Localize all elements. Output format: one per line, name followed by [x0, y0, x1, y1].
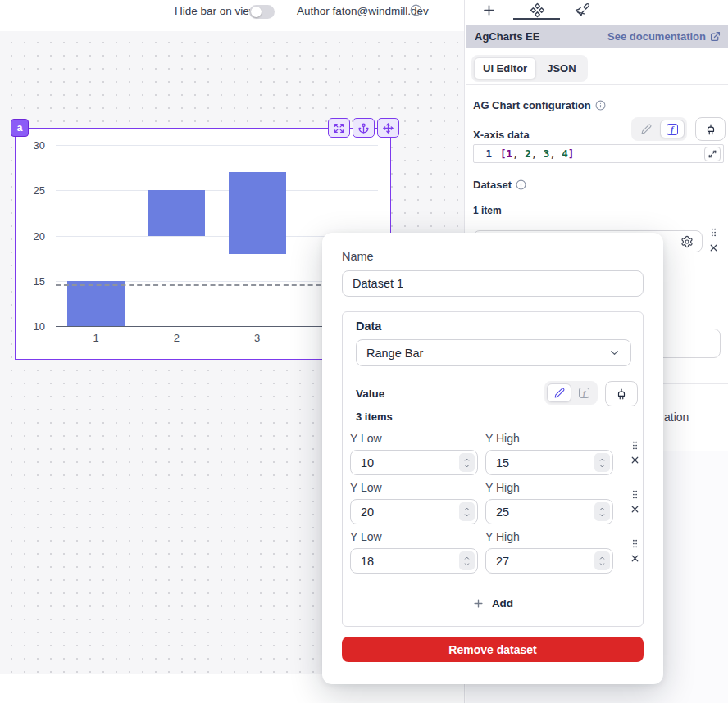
- xaxis-input-mode-group: f: [631, 117, 687, 141]
- plug-icon: [705, 124, 717, 135]
- see-documentation-link[interactable]: See documentation: [607, 30, 721, 43]
- code-token: 1: [507, 147, 513, 160]
- gridline: [56, 145, 378, 146]
- code-token: ,: [531, 147, 544, 160]
- stepper-control[interactable]: [459, 453, 475, 472]
- number-input-wrap: [485, 548, 613, 574]
- stepper-control[interactable]: [594, 551, 610, 570]
- xaxis-static-mode-button[interactable]: [634, 120, 658, 138]
- x-axis-tick: 1: [71, 332, 121, 344]
- value-col: Y Low: [350, 481, 478, 524]
- stepper-control[interactable]: [594, 453, 610, 472]
- row-handles: [630, 440, 640, 465]
- component-title: AgCharts EE: [475, 30, 539, 43]
- dataset-name-input[interactable]: [342, 270, 644, 297]
- code-token: 4: [562, 147, 568, 160]
- xaxis-code-editor[interactable]: 1 [1, 2, 3, 4]: [473, 144, 724, 163]
- value-static-mode-button[interactable]: [547, 383, 571, 402]
- xaxis-eval-mode-button[interactable]: f: [660, 120, 685, 138]
- maximize-icon: [708, 150, 717, 158]
- row-remove-icon[interactable]: [630, 553, 640, 564]
- remove-dataset-button[interactable]: Remove dataset: [342, 637, 644, 662]
- toggle-knob: [251, 7, 262, 17]
- hide-bar-label: Hide bar on view: [175, 5, 257, 17]
- y-high-label: Y High: [485, 432, 613, 447]
- anchor-component-button[interactable]: [353, 118, 375, 138]
- tab-add-component[interactable]: [481, 2, 497, 18]
- hide-bar-toggle[interactable]: [249, 5, 275, 19]
- value-row: Y LowY High: [350, 432, 639, 481]
- row-drag-handle[interactable]: [630, 489, 640, 500]
- plus-icon: [472, 597, 485, 610]
- range-bar: [148, 190, 205, 235]
- stepper-control[interactable]: [459, 551, 475, 570]
- tab-json[interactable]: JSON: [538, 57, 585, 79]
- value-eval-mode-button[interactable]: f: [573, 383, 595, 402]
- value-col: Y High: [485, 432, 613, 475]
- value-col: Y High: [485, 530, 613, 574]
- tab-ui-editor[interactable]: UI Editor: [474, 57, 536, 79]
- stepper-control[interactable]: [459, 502, 475, 521]
- xaxis-label: X-axis data: [473, 129, 530, 141]
- config-info-icon[interactable]: [595, 100, 606, 111]
- items-count: 3 items: [356, 410, 393, 423]
- x-axis-tick: 2: [152, 332, 201, 344]
- tab-styling[interactable]: [575, 2, 590, 18]
- dataset-remove-icon[interactable]: [708, 243, 719, 253]
- expand-icon: [334, 123, 344, 134]
- code-expand-button[interactable]: [704, 147, 721, 161]
- hidden-text-fragment: ation: [664, 410, 689, 424]
- dataset-info-icon[interactable]: [516, 179, 526, 190]
- value-col: Y Low: [350, 432, 478, 475]
- component-icon: [530, 2, 545, 18]
- component-header: AgCharts EE See documentation: [466, 25, 728, 48]
- number-input-wrap: [350, 450, 478, 475]
- chart-type-select[interactable]: Range Bar: [356, 339, 631, 366]
- value-input-mode-group: f: [544, 381, 598, 405]
- number-input-wrap: [485, 499, 613, 524]
- author-label: Author faton@windmill.dev: [297, 5, 429, 17]
- dataset-count: 1 item: [473, 205, 502, 216]
- tab-component-settings[interactable]: [530, 2, 545, 18]
- row-remove-icon[interactable]: [630, 504, 640, 515]
- y-high-label: Y High: [485, 530, 613, 545]
- dataset-settings-modal: Name Data Range Bar Value f: [322, 233, 663, 684]
- y-low-label: Y Low: [350, 481, 478, 496]
- move-icon: [383, 123, 394, 134]
- name-label: Name: [342, 250, 374, 263]
- row-drag-handle[interactable]: [630, 440, 640, 451]
- stepper-control[interactable]: [594, 502, 610, 521]
- value-connect-button[interactable]: [605, 381, 638, 406]
- move-component-button[interactable]: [377, 118, 399, 138]
- chevron-down-icon: [608, 347, 621, 359]
- range-bar: [229, 172, 286, 253]
- row-remove-icon[interactable]: [630, 455, 640, 465]
- divider: [466, 84, 728, 85]
- author-info-icon[interactable]: [410, 4, 422, 16]
- y-high-label: Y High: [485, 481, 613, 496]
- row-drag-handle[interactable]: [630, 538, 640, 549]
- expand-component-button[interactable]: [328, 118, 350, 138]
- external-link-icon: [710, 31, 721, 42]
- y-low-label: Y Low: [350, 432, 478, 447]
- number-input-wrap: [350, 499, 478, 524]
- code-token: ,: [549, 147, 562, 160]
- value-row: Y LowY High: [350, 530, 639, 579]
- y-axis-tick: 20: [16, 229, 45, 242]
- code-token: ]: [568, 147, 575, 160]
- dataset-drag-handle[interactable]: [708, 227, 719, 238]
- data-config-box: Data Range Bar Value f 3 items Y L: [342, 311, 644, 627]
- xaxis-connect-button[interactable]: [695, 117, 726, 141]
- code-line-number: 1: [474, 147, 492, 160]
- value-col: Y Low: [350, 530, 478, 574]
- y-axis-tick: 30: [16, 139, 45, 152]
- dataset-settings-gear-icon[interactable]: [680, 235, 694, 248]
- anchor-icon: [358, 123, 369, 134]
- number-input-wrap: [485, 450, 613, 475]
- add-item-button[interactable]: Add: [343, 597, 643, 610]
- y-axis-tick: 25: [16, 184, 45, 197]
- code-token: 2: [525, 147, 531, 160]
- code-token: ,: [512, 147, 525, 160]
- pencil-icon: [554, 388, 565, 398]
- row-handles: [630, 489, 640, 515]
